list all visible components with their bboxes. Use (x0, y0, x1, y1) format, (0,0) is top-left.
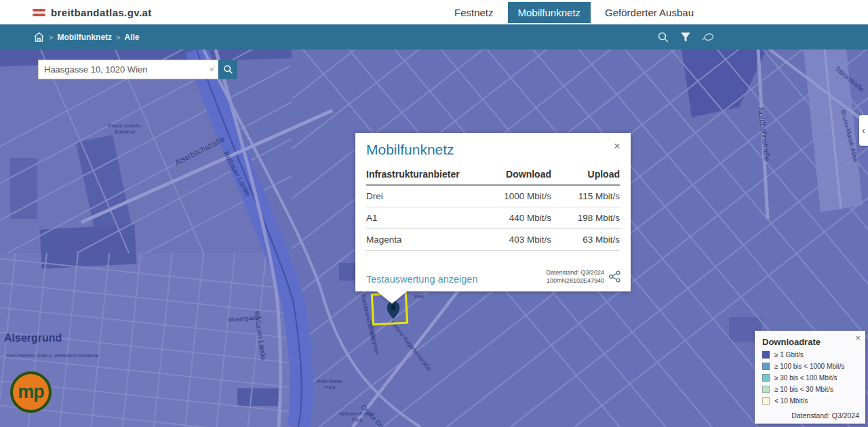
popup-meta: Datenstand: Q3/2024 100mN28102E47940 (546, 268, 604, 285)
map-toolbar (656, 24, 715, 49)
legend-swatch (762, 386, 770, 393)
tab-mobilfunknetz[interactable]: Mobilfunknetz (508, 2, 591, 23)
clear-search-icon[interactable]: × (205, 64, 218, 75)
breadcrumb-separator: > (49, 33, 53, 41)
logo-text: breitbandatlas.gv.at (51, 7, 152, 18)
home-icon[interactable] (33, 32, 45, 43)
legend-swatch (762, 351, 770, 359)
main-nav: Festnetz Mobilfunknetz Geförderter Ausba… (442, 0, 706, 24)
provider-name: Drei (366, 185, 461, 207)
table-row: A1 440 Mbit/s 198 Mbit/s (366, 207, 620, 229)
search-input-box: × (38, 60, 218, 79)
grid-cell-id: 100mN28102E47940 (547, 277, 604, 284)
breadcrumb-mobilfunknetz[interactable]: Mobilfunknetz (57, 33, 112, 42)
map-label-park: Wilhelm-Kienzl-Park (336, 411, 378, 423)
testauswertung-link[interactable]: Testauswertung anzeigen (366, 274, 477, 285)
legend-swatch (762, 397, 770, 405)
chevron-left-icon: ‹ (862, 125, 865, 136)
table-row: Magenta 403 Mbit/s 63 Mbit/s (366, 229, 620, 251)
popup-pointer (377, 291, 407, 304)
legend-panel: Downloadrate × ≥ 1 Gbit/s ≥ 100 bis < 10… (755, 331, 865, 424)
mp-poi-logo: mp (10, 371, 52, 413)
col-download: Download (461, 166, 551, 185)
breadcrumb-bar: > Mobilfunknetz > Alle (0, 24, 868, 49)
popup-title: Mobilfunknetz (366, 142, 620, 158)
map-label-monument: Karl-Freiherr-Auer-v.-Welsbach-Denkmal (0, 353, 105, 359)
search-icon[interactable] (656, 30, 670, 44)
address-search: × (38, 60, 237, 79)
table-header-row: Infrastrukturanbieter Download Upload (366, 166, 620, 185)
download-value: 440 Mbit/s (461, 207, 551, 229)
col-upload: Upload (551, 166, 620, 185)
legend-datenstand: Datenstand: Q3/2024 (791, 411, 859, 420)
map-label: Franz-Josefs-Bahnhof (102, 123, 148, 135)
close-icon[interactable]: × (855, 333, 861, 343)
upload-value: 198 Mbit/s (551, 207, 620, 229)
legend-title: Downloadrate (762, 337, 858, 347)
mobilfunknetz-popup: Mobilfunknetz × Infrastrukturanbieter Do… (355, 133, 631, 291)
provider-table: Infrastrukturanbieter Download Upload Dr… (366, 166, 620, 251)
download-value: 1000 Mbit/s (461, 185, 551, 207)
legend-swatch (762, 363, 770, 370)
logo[interactable]: breitbandatlas.gv.at (33, 0, 152, 24)
provider-name: A1 (366, 207, 461, 229)
map-label-park: Ruth-Maier-Park (312, 379, 349, 390)
provider-name: Magenta (366, 229, 461, 251)
search-input[interactable] (39, 64, 205, 75)
upload-value: 63 Mbit/s (551, 229, 620, 251)
filter-icon[interactable] (679, 30, 692, 44)
download-value: 403 Mbit/s (461, 229, 551, 251)
tab-festnetz[interactable]: Festnetz (444, 2, 504, 23)
popup-footer: Testauswertung anzeigen Datenstand: Q3/2… (366, 268, 621, 285)
feedback-icon[interactable] (701, 30, 715, 44)
legend-item: ≥ 100 bis < 1000 Mbit/s (762, 363, 858, 370)
legend-item: ≥ 30 bis < 100 Mbit/s (762, 374, 858, 382)
legend-swatch (762, 374, 770, 382)
close-icon[interactable]: × (614, 140, 620, 152)
share-icon[interactable] (608, 270, 621, 283)
legend-item: ≥ 10 bis < 30 Mbit/s (762, 386, 858, 393)
col-infrastrukturanbieter: Infrastrukturanbieter (366, 166, 461, 185)
search-submit-button[interactable] (218, 60, 237, 79)
datenstand-text: Datenstand: Q3/2024 (546, 269, 604, 276)
side-panel-toggle[interactable]: ‹ (859, 115, 868, 146)
breitbandatlas-app: breitbandatlas.gv.at Festnetz Mobilfunkn… (0, 0, 868, 427)
tab-gefoerderter-ausbau[interactable]: Geförderter Ausbau (595, 2, 704, 23)
legend-item: ≥ 1 Gbit/s (762, 351, 858, 359)
breadcrumb-alle[interactable]: Alle (125, 33, 140, 42)
map-label-district: Alsergrund (4, 332, 62, 344)
map-canvas[interactable]: Alsergrund Franz-Josefs-Bahnhof Alserbac… (0, 49, 868, 427)
austria-flag-icon (33, 9, 45, 16)
upload-value: 115 Mbit/s (551, 185, 620, 207)
breadcrumb-separator: > (116, 33, 120, 41)
app-header: breitbandatlas.gv.at Festnetz Mobilfunkn… (0, 0, 868, 24)
table-row: Drei 1000 Mbit/s 115 Mbit/s (366, 185, 620, 207)
legend-item: < 10 Mbit/s (762, 397, 858, 405)
